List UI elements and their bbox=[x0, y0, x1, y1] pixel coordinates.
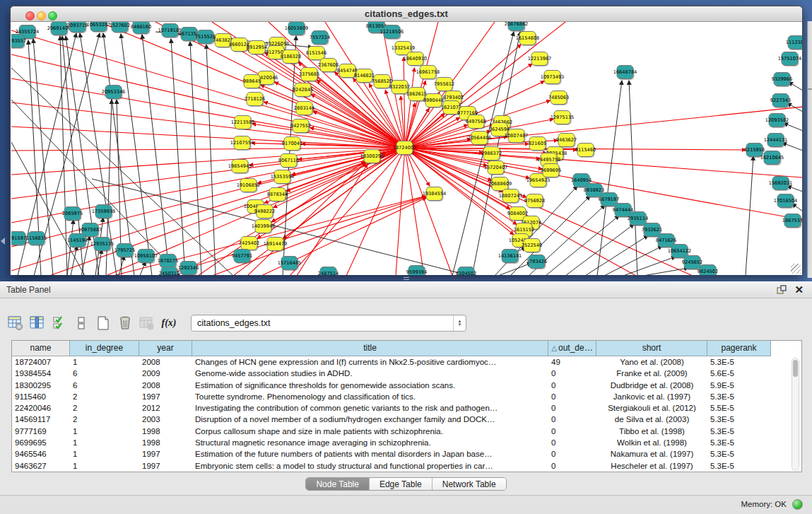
graph-node[interactable]: 9463627 bbox=[556, 134, 577, 148]
column-header-title[interactable]: title bbox=[192, 341, 548, 356]
graph-node[interactable]: 19384554 bbox=[423, 187, 447, 202]
zoom-traffic-light[interactable] bbox=[48, 11, 57, 21]
tab-edge-table[interactable]: Edge Table bbox=[370, 478, 433, 490]
table-cell[interactable]: 5.3E-5 bbox=[707, 414, 771, 425]
table-cell[interactable]: 2009 bbox=[139, 368, 192, 379]
graph-node[interactable]: 8878344 bbox=[267, 188, 288, 203]
table-cell[interactable]: Franke et al. (2009) bbox=[596, 368, 707, 379]
graph-node[interactable]: 9599394 bbox=[406, 266, 427, 276]
table-cell[interactable]: 14569117 bbox=[12, 414, 70, 425]
graph-node[interactable]: 9498222 bbox=[254, 205, 275, 220]
graph-node[interactable]: 12093582 bbox=[765, 114, 789, 129]
graph-node[interactable]: 9115460 bbox=[575, 144, 596, 158]
table-cell[interactable]: 18724007 bbox=[12, 356, 70, 368]
graph-node[interactable]: 1112304 bbox=[786, 36, 802, 51]
table-row[interactable]: 2242004622012Investigating the contribut… bbox=[12, 402, 801, 414]
graph-node[interactable]: 8912954 bbox=[247, 41, 267, 56]
table-cell[interactable]: 2003 bbox=[139, 414, 192, 425]
close-panel-icon[interactable]: ✕ bbox=[794, 284, 804, 296]
table-cell[interactable]: Structural magnetic resonance image aver… bbox=[192, 437, 548, 448]
graph-node[interactable]: 1795725 bbox=[114, 244, 135, 259]
graph-node[interactable]: 2718126 bbox=[245, 93, 265, 107]
table-cell[interactable]: 1 bbox=[70, 356, 139, 368]
table-cell[interactable]: Nakamura et al. (1997) bbox=[596, 448, 707, 460]
table-row[interactable]: 969969511998Structural magnetic resonanc… bbox=[12, 437, 801, 448]
table-cell[interactable]: Embryonic stem cells: a model to study s… bbox=[192, 460, 548, 472]
table-cell[interactable]: 0 bbox=[548, 460, 596, 472]
graph-node[interactable]: 19106852 bbox=[237, 179, 261, 194]
table-cell[interactable]: 5.6E-5 bbox=[707, 368, 771, 379]
graph-node[interactable]: 2803144 bbox=[294, 102, 314, 117]
graph-node[interactable]: 7515526 bbox=[195, 30, 216, 45]
graph-node[interactable]: 15353594 bbox=[271, 170, 295, 185]
graph-node[interactable]: 16210645 bbox=[760, 151, 784, 166]
table-cell[interactable]: 6 bbox=[70, 380, 139, 391]
show-columns-button[interactable] bbox=[28, 313, 47, 334]
table-cell[interactable]: Disruption of a novel member of a sodium… bbox=[192, 414, 548, 425]
table-cell[interactable]: 1 bbox=[70, 437, 139, 448]
graph-node[interactable]: 9699695 bbox=[541, 164, 561, 179]
table-cell[interactable]: 49 bbox=[548, 356, 596, 368]
table-cell[interactable]: Investigating the contribution of common… bbox=[192, 402, 548, 414]
graph-node[interactable]: 10653287 bbox=[87, 22, 111, 33]
graph-node[interactable]: 16648784 bbox=[613, 66, 637, 81]
table-cell[interactable]: Corpus callosum shape and size in male p… bbox=[192, 426, 548, 437]
graph-node[interactable]: 9824502 bbox=[698, 265, 718, 276]
graph-node[interactable]: 12975135 bbox=[551, 111, 575, 126]
table-cell[interactable]: 0 bbox=[548, 380, 596, 391]
table-cell[interactable]: 5.5E-5 bbox=[707, 402, 771, 414]
table-cell[interactable]: 5.3E-5 bbox=[707, 460, 771, 472]
table-selector-dropdown[interactable]: citations_edges.txt ▲▼ bbox=[191, 315, 466, 332]
table-cell[interactable]: 2008 bbox=[139, 356, 192, 368]
table-row[interactable]: 1830029562008Estimation of significance … bbox=[12, 380, 801, 391]
table-row[interactable]: 977716911998Corpus callosum shape and si… bbox=[12, 426, 801, 437]
graph-node[interactable]: 1156835 bbox=[26, 232, 47, 247]
citation-network-graph[interactable]: 1872400774638228660124891295413226058912… bbox=[11, 22, 802, 275]
graph-node[interactable]: 821605 bbox=[529, 137, 547, 152]
graph-node[interactable]: 2487514 bbox=[318, 267, 339, 276]
graph-node[interactable]: 9242845 bbox=[293, 83, 313, 98]
table-row[interactable]: 1938455462009Genome-wide association stu… bbox=[12, 368, 801, 379]
row-height-button[interactable] bbox=[71, 313, 91, 334]
graph-node[interactable]: 15751074 bbox=[778, 52, 802, 67]
table-cell[interactable]: 5.3E-5 bbox=[707, 448, 771, 460]
graph-node[interactable]: 16053809 bbox=[285, 22, 309, 36]
table-cell[interactable]: 6 bbox=[70, 368, 139, 379]
side-panel-edge[interactable] bbox=[807, 21, 812, 278]
table-cell[interactable]: Wolkin et al. (1998) bbox=[596, 437, 707, 448]
table-cell[interactable]: 5.3E-5 bbox=[707, 426, 771, 437]
graph-node[interactable]: 15692031 bbox=[769, 177, 793, 192]
column-header-year[interactable]: year bbox=[139, 341, 192, 356]
memory-status-led[interactable] bbox=[792, 499, 803, 510]
table-cell[interactable]: 18300295 bbox=[12, 380, 70, 391]
table-cell[interactable]: 5.3E-5 bbox=[707, 356, 771, 368]
table-cell[interactable]: 1 bbox=[70, 448, 139, 460]
float-panel-icon[interactable] bbox=[777, 285, 787, 295]
table-cell[interactable]: 0 bbox=[548, 414, 596, 425]
graph-node[interactable]: 2493557 bbox=[11, 35, 26, 49]
graph-node[interactable]: 8067110 bbox=[278, 154, 299, 169]
table-cell[interactable]: Hescheler et al. (1997) bbox=[596, 460, 707, 472]
table-cell[interactable]: 0 bbox=[548, 437, 596, 448]
graph-node[interactable]: 1793426 bbox=[526, 255, 547, 270]
window-resize-grip[interactable] bbox=[791, 264, 801, 274]
table-cell[interactable]: 0 bbox=[548, 391, 596, 402]
minimize-traffic-light[interactable] bbox=[37, 11, 46, 21]
column-header-pagerank[interactable]: pagerank bbox=[707, 341, 771, 356]
table-cell[interactable]: 2 bbox=[70, 414, 139, 425]
network-canvas[interactable]: 1872400774638228660124891295413226058912… bbox=[11, 22, 802, 275]
table-cell[interactable]: 0 bbox=[548, 426, 596, 437]
graph-node[interactable]: 2450312 bbox=[159, 267, 180, 276]
table-cell[interactable]: de Silva et al. (2003) bbox=[596, 414, 707, 425]
table-cell[interactable]: 1998 bbox=[139, 426, 192, 437]
panel-divider-grip[interactable] bbox=[404, 277, 409, 280]
graph-node[interactable]: 9227343 bbox=[770, 94, 791, 109]
table-cell[interactable]: 1 bbox=[70, 426, 139, 437]
graph-node[interactable]: 7485063 bbox=[548, 91, 569, 106]
graph-node[interactable]: 9329966 bbox=[772, 73, 792, 88]
table-scrollbar[interactable] bbox=[792, 358, 799, 471]
table-cell[interactable]: Changes of HCN gene expression and I(f) … bbox=[192, 356, 548, 368]
table-row[interactable]: 1872400712008Changes of HCN gene express… bbox=[12, 356, 801, 368]
window-titlebar[interactable]: citations_edges.txt bbox=[11, 6, 802, 22]
graph-node[interactable]: 1145194 bbox=[67, 234, 88, 249]
